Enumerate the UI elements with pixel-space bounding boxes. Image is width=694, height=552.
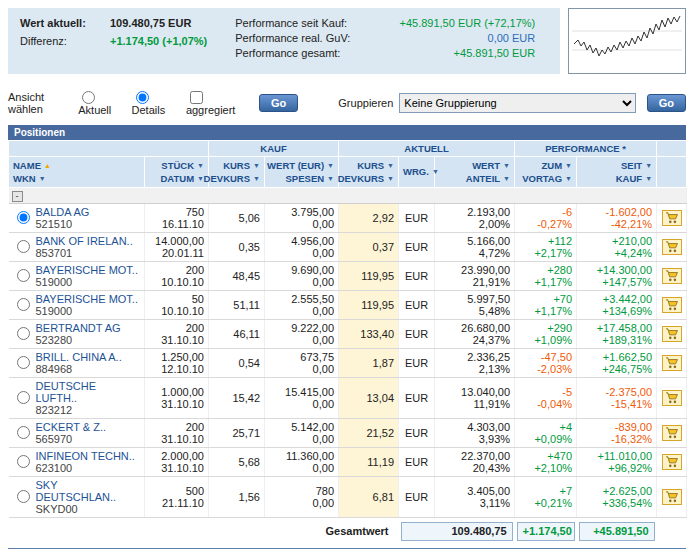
waehrung-value: EUR — [405, 427, 430, 439]
position-select-radio[interactable] — [17, 426, 30, 439]
column-header-kurs_kauf[interactable]: KURS▼DEVKURS▼ — [209, 156, 265, 187]
position-name[interactable]: DEUTSCHE LUFTH.. — [36, 380, 141, 404]
position-row[interactable]: BRILL. CHINA A.. 884968 1.250,00 12.10.1… — [9, 348, 687, 377]
sort-desc-icon[interactable]: ▼ — [503, 159, 510, 172]
sort-desc-icon[interactable]: ▼ — [39, 172, 46, 185]
column-header-wrg[interactable]: WRG.▼ — [399, 156, 435, 187]
sort-desc-icon[interactable]: ▼ — [387, 159, 394, 172]
position-select-radio[interactable] — [17, 298, 30, 311]
group-header-aktuell: AKTUELL — [339, 140, 515, 156]
sort-desc-icon[interactable]: ▼ — [645, 172, 652, 185]
order-cart-button[interactable] — [662, 355, 682, 371]
order-cell — [657, 319, 687, 348]
aktuell-wert-value: 2.336,25 — [439, 351, 510, 363]
column-label: SEIT — [621, 159, 642, 172]
sort-desc-icon[interactable]: ▼ — [387, 172, 394, 185]
position-row[interactable]: INFINEON TECHN.. 623100 2.000,00 31.10.1… — [9, 447, 687, 476]
position-row[interactable]: BALDA AG 521510 750 16.11.10 5,06 3.795,… — [9, 203, 687, 232]
radio-details-label[interactable]: Details — [132, 90, 180, 116]
kauf-wert-cell: 673,75 0,00 — [265, 348, 339, 377]
order-cart-button[interactable] — [662, 425, 682, 441]
position-name[interactable]: SKY DEUTSCHLAN.. — [36, 479, 141, 503]
ansicht-go-button[interactable]: Go — [259, 94, 298, 112]
view-controls: Ansicht wählen Aktuell Details aggregier… — [8, 90, 686, 116]
seit-kauf-abs-value: -2.375,00 — [581, 386, 652, 398]
order-cart-button[interactable] — [662, 454, 682, 470]
zum-vortag-cell: +280 +1,17% — [515, 261, 577, 290]
column-header-kurs_aktuell[interactable]: KURS▼DEVKURS▼ — [339, 156, 399, 187]
sort-desc-icon[interactable]: ▼ — [327, 172, 334, 185]
aggregiert-checkbox[interactable] — [190, 91, 203, 104]
position-row[interactable]: BAYERISCHE MOT.. 519000 200 10.10.10 48,… — [9, 261, 687, 290]
order-cart-button[interactable] — [662, 210, 682, 226]
position-name[interactable]: BAYERISCHE MOT.. — [36, 293, 138, 305]
position-name[interactable]: BRILL. CHINA A.. — [36, 351, 122, 363]
position-select-radio[interactable] — [17, 455, 30, 468]
position-row[interactable]: DEUTSCHE LUFTH.. 823212 1.000,00 31.10.1… — [9, 377, 687, 418]
column-header-wert_aktuell[interactable]: WERT▼ANTEIL▼ — [435, 156, 515, 187]
anteil-value: 3,93% — [439, 433, 510, 445]
collapse-button[interactable]: - — [12, 191, 23, 202]
column-header-zum_vortag[interactable]: ZUM▼VORTAG▼ — [515, 156, 577, 187]
position-row[interactable]: BAYERISCHE MOT.. 519000 50 10.10.10 51,1… — [9, 290, 687, 319]
position-row[interactable]: BANK OF IRELAN.. 853701 14.000,00 20.01.… — [9, 232, 687, 261]
position-name[interactable]: BERTRANDT AG — [36, 322, 121, 334]
position-select-radio[interactable] — [17, 240, 30, 253]
position-name[interactable]: BANK OF IRELAN.. — [36, 235, 133, 247]
sort-desc-icon[interactable]: ▼ — [645, 159, 652, 172]
sort-desc-icon[interactable]: ▼ — [503, 172, 510, 185]
position-select-radio[interactable] — [17, 391, 30, 404]
aktuell-wert-cell: 3.405,00 3,11% — [435, 476, 515, 517]
position-select-radio[interactable] — [17, 211, 30, 224]
position-name[interactable]: BAYERISCHE MOT.. — [36, 264, 138, 276]
position-select-radio[interactable] — [17, 327, 30, 340]
sort-desc-icon[interactable]: ▼ — [253, 159, 260, 172]
position-name[interactable]: ECKERT & Z.. — [36, 421, 107, 433]
aktuell-kurs-cell: 1,87 — [339, 348, 399, 377]
aggregiert-checkbox-label[interactable]: aggregiert — [186, 90, 248, 116]
position-name[interactable]: INFINEON TECHN.. — [36, 450, 135, 462]
position-select-radio[interactable] — [17, 490, 30, 503]
seit-kauf-cell: -2.375,00 -15,41% — [577, 377, 657, 418]
gruppieren-go-button[interactable]: Go — [647, 94, 686, 112]
sort-desc-icon[interactable]: ▼ — [253, 172, 260, 185]
order-cart-button[interactable] — [662, 297, 682, 313]
radio-details[interactable] — [136, 91, 149, 104]
position-row[interactable]: SKY DEUTSCHLAN.. SKYD00 500 21.11.10 1,5… — [9, 476, 687, 517]
position-select-radio[interactable] — [17, 356, 30, 369]
sort-desc-icon[interactable]: ▼ — [565, 159, 572, 172]
datum-value: 10.10.10 — [149, 276, 204, 288]
order-cart-button[interactable] — [662, 326, 682, 342]
sort-desc-icon[interactable]: ▼ — [432, 165, 439, 178]
gruppieren-select[interactable]: Keine Gruppierung — [399, 93, 635, 113]
waehrung-cell: EUR — [399, 319, 435, 348]
order-cart-button[interactable] — [662, 489, 682, 505]
anteil-value: 2,13% — [439, 363, 510, 375]
stueck-datum-cell: 14.000,00 20.01.11 — [145, 232, 209, 261]
sort-desc-icon[interactable]: ▼ — [565, 172, 572, 185]
order-cart-button[interactable] — [662, 268, 682, 284]
seit-kauf-cell: +14.300,00 +147,57% — [577, 261, 657, 290]
radio-aktuell[interactable] — [82, 91, 95, 104]
column-header-name[interactable]: NAME▲WKN▼ — [9, 156, 145, 187]
order-cart-button[interactable] — [662, 390, 682, 406]
column-header-seit_kauf[interactable]: SEIT▼KAUF▼ — [577, 156, 657, 187]
column-label: WRG. — [403, 165, 429, 178]
position-row[interactable]: BERTRANDT AG 523280 200 31.10.10 46,11 9… — [9, 319, 687, 348]
position-name[interactable]: BALDA AG — [36, 206, 90, 218]
kauf-kurs-cell: 51,11 — [209, 290, 265, 319]
radio-aktuell-label[interactable]: Aktuell — [78, 90, 125, 116]
waehrung-cell: EUR — [399, 418, 435, 447]
column-header-stueck[interactable]: STÜCK▼DATUM▼ — [145, 156, 209, 187]
sort-desc-icon[interactable]: ▼ — [327, 159, 334, 172]
anteil-value: 11,91% — [439, 398, 510, 410]
vortag-pct-value: -0,27% — [519, 218, 572, 230]
column-header-wert_kauf[interactable]: WERT (EUR)▼SPESEN▼ — [265, 156, 339, 187]
order-cart-button[interactable] — [662, 239, 682, 255]
position-select-radio[interactable] — [17, 269, 30, 282]
sort-asc-icon[interactable]: ▲ — [44, 159, 51, 172]
position-row[interactable]: ECKERT & Z.. 565970 200 31.10.10 25,71 5… — [9, 418, 687, 447]
seit-kauf-cell: -1.602,00 -42,21% — [577, 203, 657, 232]
sort-desc-icon[interactable]: ▼ — [197, 159, 204, 172]
seit-kauf-cell: +3.442,00 +134,69% — [577, 290, 657, 319]
